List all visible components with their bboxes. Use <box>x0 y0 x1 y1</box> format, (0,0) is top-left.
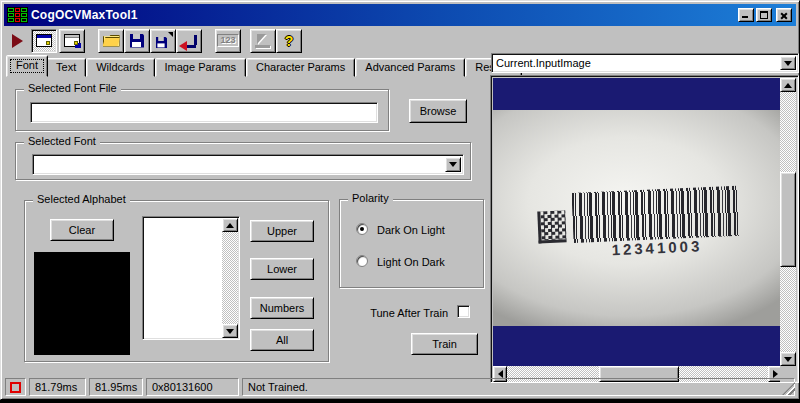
open-file-icon <box>103 35 120 47</box>
polarity-group: Polarity Dark On Light Light On Dark <box>339 199 484 288</box>
alphabet-listbox-scrollbar[interactable] <box>222 218 238 338</box>
alphabet-listbox[interactable] <box>142 216 240 340</box>
maximize-button[interactable] <box>756 8 772 22</box>
tab-advanced-params[interactable]: Advanced Params <box>355 58 465 77</box>
browse-button[interactable]: Browse <box>409 99 467 123</box>
help-button[interactable]: ? <box>276 29 302 53</box>
scroll-down-icon[interactable] <box>222 324 238 338</box>
tab-character-params[interactable]: Character Params <box>246 58 355 77</box>
help-icon: ? <box>285 34 294 48</box>
open-file-button[interactable] <box>98 29 124 53</box>
minimize-icon <box>742 16 748 18</box>
show-image-window-icon <box>36 34 52 47</box>
record-indicator-icon <box>10 382 21 393</box>
save-as-icon <box>156 37 167 48</box>
numbers-button[interactable]: Numbers <box>250 297 314 319</box>
image-top-band <box>493 78 782 110</box>
scroll-down-icon[interactable] <box>780 352 796 366</box>
lower-button[interactable]: Lower <box>250 258 314 280</box>
tab-wildcards[interactable]: Wildcards <box>86 58 154 77</box>
upper-button[interactable]: Upper <box>250 220 314 242</box>
train-button[interactable]: Train <box>411 333 478 355</box>
float-window-icon <box>64 34 80 47</box>
barcode-bars <box>571 186 739 243</box>
selected-font-label: Selected Font <box>24 135 100 147</box>
selected-font-file-label: Selected Font File <box>24 82 121 94</box>
tune-after-train-checkbox[interactable] <box>457 305 470 318</box>
titlebar[interactable]: CogOCVMaxTool1 <box>4 4 796 26</box>
selected-alphabet-group: Selected Alphabet Clear Upper Lower Numb… <box>24 200 329 362</box>
total-time-panel: 81.95ms <box>89 378 143 396</box>
pointer-tool-button <box>250 29 276 53</box>
toolbar: 123 ? <box>5 28 302 53</box>
light-on-dark-radio[interactable] <box>356 255 368 267</box>
dark-on-light-label[interactable]: Dark On Light <box>377 224 445 236</box>
barcode-photo: 12341003 <box>493 110 782 326</box>
maximize-icon <box>760 11 768 19</box>
show-image-window-button[interactable] <box>31 29 57 53</box>
clear-button[interactable]: Clear <box>50 219 114 241</box>
barcode-graphic: 12341003 <box>535 185 748 266</box>
execution-time-panel: 81.79ms <box>29 378 86 396</box>
image-bottom-band <box>493 326 782 366</box>
datamatrix-icon <box>537 210 566 243</box>
close-button[interactable] <box>776 8 792 22</box>
image-selector-combo[interactable]: Current.InputImage <box>491 53 799 73</box>
tab-font[interactable]: Font <box>6 55 48 77</box>
minimize-button[interactable] <box>738 8 754 22</box>
float-window-button[interactable] <box>59 29 85 53</box>
selected-font-group: Selected Font <box>15 142 471 180</box>
run-button[interactable] <box>5 29 29 53</box>
status-indicator-panel <box>5 378 26 396</box>
selected-alphabet-label: Selected Alphabet <box>33 193 130 205</box>
screen: CogOCVMaxTool1 123 ? Font <box>0 0 800 403</box>
save-file-button[interactable] <box>124 29 150 53</box>
scroll-up-icon[interactable] <box>780 78 796 92</box>
all-button[interactable]: All <box>250 329 314 351</box>
dropdown-arrow-icon[interactable] <box>445 157 461 172</box>
run-icon <box>12 34 23 48</box>
selected-font-file-group: Selected Font File <box>15 89 389 131</box>
image-viewport[interactable]: 12341003 <box>493 78 782 366</box>
scroll-up-icon[interactable] <box>222 218 238 232</box>
window-title: CogOCVMaxTool1 <box>31 8 738 22</box>
save-as-button[interactable] <box>150 29 176 53</box>
data-grid-button: 123 <box>215 29 241 53</box>
dropdown-arrow-icon[interactable] <box>780 56 796 70</box>
data-grid-icon: 123 <box>217 34 238 47</box>
reset-button[interactable] <box>176 29 202 53</box>
cogocvmaxtool-window: CogOCVMaxTool1 123 ? Font <box>0 0 800 400</box>
light-on-dark-label[interactable]: Light On Dark <box>377 256 445 268</box>
tab-text[interactable]: Text <box>46 58 86 77</box>
selected-font-combo[interactable] <box>32 154 464 175</box>
dark-on-light-radio[interactable] <box>356 223 368 235</box>
vertical-scroll-thumb[interactable] <box>780 172 796 267</box>
reset-icon <box>180 33 198 48</box>
polarity-label: Polarity <box>348 192 393 204</box>
tab-image-params[interactable]: Image Params <box>155 58 247 77</box>
cognex-grid-icon <box>7 7 28 23</box>
save-file-icon <box>130 34 144 48</box>
result-code-panel: 0x80131600 <box>146 378 239 396</box>
tune-after-train-label: Tune After Train <box>341 307 448 319</box>
status-message-panel: Not Trained. <box>242 378 795 396</box>
tabstrip: Font Text Wildcards Image Params Charact… <box>6 55 522 77</box>
image-selector-value: Current.InputImage <box>496 57 591 69</box>
status-bar: 81.79ms 81.95ms 0x80131600 Not Trained. <box>4 377 796 397</box>
character-preview-box <box>34 252 130 355</box>
pointer-tool-icon <box>255 34 271 48</box>
font-file-path-input[interactable] <box>30 102 378 123</box>
image-display: 12341003 <box>490 75 799 383</box>
